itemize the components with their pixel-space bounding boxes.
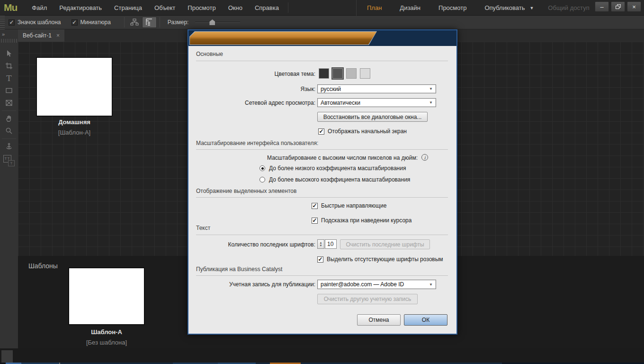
master-page-title[interactable]: Шаблон-А (69, 328, 144, 336)
checkbox-checked-icon: ✓ (312, 203, 318, 209)
section-business-catalyst: Публикация на Business Catalyst (196, 266, 282, 273)
outline-view-button[interactable] (142, 17, 157, 28)
text-tool-button[interactable]: T (0, 72, 18, 84)
recent-fonts-value[interactable]: 10 (325, 239, 337, 249)
panel-grip (1, 39, 17, 43)
toolbar-divider (124, 17, 125, 27)
theme-swatch-darkest[interactable] (319, 68, 329, 79)
section-divider (196, 275, 448, 276)
dialog-header (188, 30, 456, 46)
tool-divider (2, 110, 16, 111)
theme-swatch-lightest[interactable] (360, 68, 370, 79)
dropdown-arrow-icon: ▼ (429, 282, 433, 287)
anchor-tool-button[interactable] (0, 140, 18, 153)
menu-edit[interactable]: Редактировать (53, 4, 108, 11)
template-icon-checkbox[interactable]: ✓ Значок шаблона (9, 19, 61, 26)
states-button[interactable]: TTT (0, 153, 18, 169)
language-dropdown[interactable]: русский ▼ (317, 84, 436, 93)
smart-guides-label: Быстрые направляющие (321, 202, 386, 209)
menu-bar: Mu Файл Редактировать Страница Объект Пр… (0, 0, 644, 16)
home-page-master[interactable]: [Шаблон-А] (36, 129, 112, 136)
highlight-missing-fonts-checkbox[interactable]: ✓ Выделить отсутствующие шрифты розовым (317, 256, 443, 263)
color-theme-label: Цветовая тема: (188, 71, 315, 77)
window-controls: – × (595, 1, 641, 12)
slider-thumb[interactable] (209, 19, 215, 25)
recent-fonts-label: Количество последних шрифтов: (188, 241, 315, 248)
color-theme-swatches (319, 68, 370, 79)
slider-track (195, 22, 240, 23)
frame-tool-icon (5, 99, 13, 107)
menu-file[interactable]: Файл (26, 4, 53, 11)
radio-selected-icon (259, 165, 265, 171)
master-page-master[interactable]: [Без шаблона] (69, 339, 144, 346)
menu-page[interactable]: Страница (108, 4, 148, 11)
radio-higher-label: До более высокого коэффициента масштабир… (269, 176, 410, 183)
tab-close-icon[interactable]: × (56, 32, 60, 39)
zoom-tool-button[interactable] (0, 125, 18, 137)
restore-dialogs-button[interactable]: Восстановить все диалоговые окна... (317, 112, 428, 122)
checkbox-checked-icon: ✓ (312, 218, 318, 224)
show-start-screen-checkbox[interactable]: ✓ Отображать начальный экран (318, 128, 407, 135)
publish-account-dropdown[interactable]: painter@adobe.com — Adobe ID ▼ (317, 280, 436, 289)
menu-help[interactable]: Справка (249, 4, 285, 11)
minimize-button[interactable]: – (595, 1, 609, 12)
selection-tool-icon (5, 50, 13, 57)
menu-view[interactable]: Просмотр (181, 4, 222, 11)
publish-dropdown-icon[interactable]: ▼ (529, 6, 534, 10)
hidpi-label: Масштабирование с высоким числом пиксело… (188, 155, 418, 161)
clear-recent-fonts-button[interactable]: Очистить последние шрифты (340, 239, 430, 249)
theme-swatch-dark-selected[interactable] (332, 68, 343, 79)
ok-button[interactable]: ОК (404, 314, 447, 326)
section-selection-display: Отображение выделенных элементов (196, 188, 296, 194)
checkbox-checked-icon: ✓ (9, 19, 15, 26)
size-slider[interactable] (195, 19, 240, 26)
crop-tool-icon (5, 62, 13, 70)
toolbar-divider (160, 17, 160, 27)
crop-tool-button[interactable] (0, 60, 18, 72)
radio-lower-scaling[interactable]: До более низкого коэффициента масштабиро… (259, 165, 406, 172)
preview-address-value: Автоматически (321, 100, 429, 106)
anchor-tool-icon (5, 143, 13, 150)
restore-button[interactable] (611, 1, 625, 12)
section-divider (196, 235, 448, 235)
frame-tool-button[interactable] (0, 97, 18, 109)
clear-other-account-button[interactable]: Очистить другую учетную запись (317, 294, 418, 304)
hand-tool-button[interactable] (0, 112, 18, 125)
smart-guides-checkbox[interactable]: ✓ Быстрые направляющие (312, 202, 386, 209)
home-page-title[interactable]: Домашняя (36, 118, 112, 126)
app-logo-icon: Mu (4, 2, 17, 13)
preview-address-dropdown[interactable]: Автоматически ▼ (317, 98, 436, 107)
workspace-tab-design[interactable]: Дизайн (400, 4, 420, 11)
close-button[interactable]: × (627, 1, 641, 12)
publish-account-value: painter@adobe.com — Adobe ID (321, 281, 429, 288)
selection-tool-button[interactable] (0, 47, 18, 60)
states-icon: TTT (3, 155, 15, 166)
restore-icon (616, 4, 621, 9)
workspace-tab-preview[interactable]: Просмотр (438, 4, 466, 11)
rectangle-tool-button[interactable] (0, 84, 18, 97)
hover-tooltip-checkbox[interactable]: ✓ Подсказка при наведении курсора (312, 217, 411, 224)
thumbnail-label: Миниатюра (80, 19, 111, 26)
document-tab[interactable]: Веб-сайт-1 × (18, 29, 64, 42)
publish-account-label: Учетная запись для публикации: (188, 281, 315, 288)
workspace-tab-plan[interactable]: План (367, 4, 382, 11)
sitemap-view-button[interactable] (127, 17, 142, 28)
cancel-button[interactable]: Отмена (357, 314, 401, 326)
thumbnail-checkbox[interactable]: ✓ Миниатюра (72, 19, 111, 26)
radio-higher-scaling[interactable]: До более высокого коэффициента масштабир… (259, 176, 410, 183)
taskbar-app-edge (1, 350, 13, 363)
workspace-tab-publish[interactable]: Опубликовать (484, 4, 525, 11)
home-page-thumbnail[interactable] (36, 57, 112, 116)
info-icon[interactable]: i (421, 154, 428, 161)
menu-object[interactable]: Объект (148, 4, 181, 11)
menu-window[interactable]: Окно (222, 4, 249, 11)
collapse-panel-icon[interactable]: » (0, 29, 18, 37)
taskbar-sliver (0, 348, 644, 364)
recent-fonts-stepper[interactable]: ▲ ▼ (317, 239, 324, 249)
dropdown-arrow-icon: ▼ (429, 100, 433, 105)
preferences-dialog: Основные Цветовая тема: Язык: русский ▼ … (188, 29, 457, 335)
master-page-thumbnail[interactable] (69, 268, 144, 325)
spin-down-icon[interactable]: ▼ (320, 244, 322, 247)
theme-swatch-light[interactable] (346, 68, 357, 79)
section-text: Текст (196, 225, 210, 231)
